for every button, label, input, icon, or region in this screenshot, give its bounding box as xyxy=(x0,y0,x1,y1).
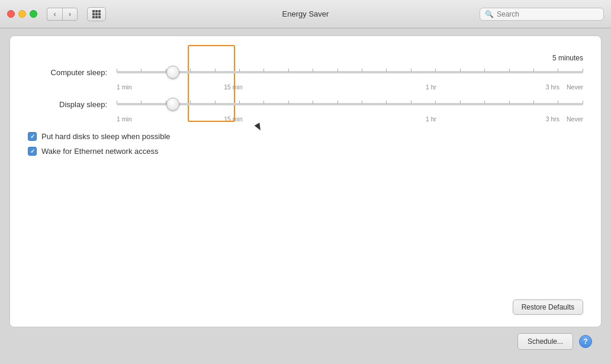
settings-panel: 5 minutes Computer sleep: xyxy=(9,36,602,327)
display-sleep-slider-container[interactable] xyxy=(117,95,583,113)
checkbox-check-icon: ✓ xyxy=(30,134,35,140)
forward-button[interactable]: › xyxy=(62,8,78,21)
display-sleep-row: Display sleep: xyxy=(28,95,583,113)
grid-view-button[interactable] xyxy=(87,7,106,21)
computer-sleep-thumb[interactable] xyxy=(166,66,179,79)
grid-icon xyxy=(92,10,101,18)
sliders-container: 5 minutes Computer sleep: xyxy=(28,54,583,126)
schedule-button[interactable]: Schedule... xyxy=(517,333,573,350)
tick-3hrs-label: 3 hrs xyxy=(530,83,559,91)
ethernet-label: Wake for Ethernet network access xyxy=(41,147,159,156)
hard-disk-label: Put hard disks to sleep when possible xyxy=(41,132,171,141)
display-sleep-tick-labels: 1 min 15 min 1 hr 3 hrs Never xyxy=(28,115,583,123)
display-sleep-thumb[interactable] xyxy=(166,98,179,111)
computer-sleep-row: Computer sleep: xyxy=(28,63,583,81)
titlebar-left: ‹ › xyxy=(7,7,106,21)
back-button[interactable]: ‹ xyxy=(47,8,62,21)
computer-sleep-value: 5 minutes xyxy=(28,54,583,62)
window-title: Energy Saver xyxy=(282,9,329,18)
bottom-area: Restore Defaults xyxy=(28,292,583,315)
close-button[interactable] xyxy=(7,10,15,18)
titlebar-right: 🔍 xyxy=(480,8,604,21)
search-input[interactable] xyxy=(497,10,599,18)
display-sleep-track xyxy=(117,103,583,105)
traffic-lights xyxy=(7,10,37,18)
computer-sleep-track xyxy=(117,71,583,73)
tick2-never-label: Never xyxy=(559,115,583,123)
checkbox-check-icon2: ✓ xyxy=(30,149,35,154)
tick2-3hrs-label: 3 hrs xyxy=(530,115,559,123)
tick2-1hr-label: 1 hr xyxy=(332,115,530,123)
search-icon: 🔍 xyxy=(485,10,494,18)
hard-disk-checkbox[interactable]: ✓ xyxy=(28,132,37,141)
checkbox-section: ✓ Put hard disks to sleep when possible … xyxy=(28,132,583,162)
computer-sleep-label: Computer sleep: xyxy=(28,68,117,77)
tick2-15min-label: 15 min xyxy=(134,115,332,123)
display-sleep-label: Display sleep: xyxy=(28,100,117,109)
computer-sleep-slider-container[interactable] xyxy=(117,63,583,81)
computer-sleep-tick-labels: 1 min 15 min 1 hr 3 hrs Never xyxy=(28,83,583,91)
tick-never-label1: Never xyxy=(559,83,583,91)
ethernet-checkbox[interactable]: ✓ xyxy=(28,147,37,156)
help-button[interactable]: ? xyxy=(579,335,592,348)
nav-group: ‹ › xyxy=(47,8,78,21)
titlebar: ‹ › Energy Saver 🔍 xyxy=(0,0,611,28)
main-content: 5 minutes Computer sleep: xyxy=(0,28,611,364)
minimize-button[interactable] xyxy=(18,10,26,18)
hard-disk-checkbox-row: ✓ Put hard disks to sleep when possible xyxy=(28,132,583,141)
restore-defaults-button[interactable]: Restore Defaults xyxy=(513,299,583,315)
maximize-button[interactable] xyxy=(30,10,37,18)
footer-buttons: Schedule... ? xyxy=(9,327,602,355)
tick-15min-label: 15 min xyxy=(134,83,332,91)
ethernet-checkbox-row: ✓ Wake for Ethernet network access xyxy=(28,147,583,156)
search-box[interactable]: 🔍 xyxy=(480,8,604,21)
tick-1hr-label: 1 hr xyxy=(332,83,530,91)
